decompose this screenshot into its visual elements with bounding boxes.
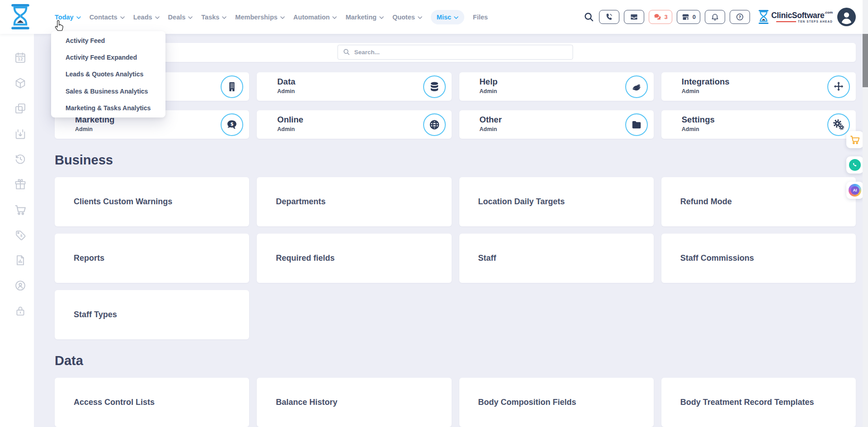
- user-avatar[interactable]: [837, 8, 856, 26]
- menu-label: Quotes: [392, 14, 415, 21]
- hands-helping-icon: [625, 75, 648, 98]
- menu-item-automation[interactable]: Automation: [293, 14, 337, 21]
- dropdown-item-activity-feed-expanded[interactable]: Activity Feed Expanded: [51, 49, 165, 66]
- floating-whatsapp-button[interactable]: [846, 156, 863, 174]
- card-body-composition-fields[interactable]: Body Composition Fields: [459, 378, 654, 427]
- card-required-fields[interactable]: Required fields: [257, 234, 451, 283]
- gift-icon[interactable]: [14, 178, 27, 191]
- card-clients-custom-warnings[interactable]: Clients Custom Warnings: [55, 177, 249, 226]
- menu-item-quotes[interactable]: Quotes: [392, 14, 422, 21]
- card-staff-commissions[interactable]: Staff Commissions: [661, 234, 856, 283]
- menu-item-today[interactable]: Today: [55, 14, 81, 21]
- dropdown-item-marketing-tasks-analytics[interactable]: Marketing & Tasks Analytics: [51, 100, 165, 117]
- page-scrollbar: [863, 0, 868, 427]
- menu-label: Tasks: [201, 14, 219, 21]
- menu-item-deals[interactable]: Deals: [168, 14, 193, 21]
- admin-card-help[interactable]: Help Admin: [459, 72, 654, 101]
- card-departments[interactable]: Departments: [257, 177, 451, 226]
- chevron-down-icon: [222, 16, 226, 19]
- package-icon[interactable]: [14, 77, 27, 89]
- card-label: Refund Mode: [680, 197, 732, 206]
- card-location-daily-targets[interactable]: Location Daily Targets: [459, 177, 654, 226]
- menu-label: Files: [473, 14, 488, 21]
- card-access-control-lists[interactable]: Access Control Lists: [55, 378, 249, 427]
- copy-icon[interactable]: [14, 102, 27, 115]
- store-icon: [681, 13, 690, 21]
- brand-tagline: TEN STEPS AHEAD: [798, 20, 833, 23]
- card-label: Clients Custom Warnings: [74, 197, 172, 206]
- chevron-down-icon: [454, 16, 458, 19]
- menu-item-leads[interactable]: Leads: [133, 14, 160, 21]
- card-label: Reports: [74, 253, 104, 263]
- menu-item-misc[interactable]: Misc: [431, 10, 464, 24]
- business-card-grid: Clients Custom Warnings Departments Loca…: [55, 177, 856, 339]
- help-icon: ?: [736, 13, 744, 21]
- brand-hourglass-icon: [758, 10, 769, 24]
- admin-card-integrations[interactable]: Integrations Admin: [661, 72, 856, 101]
- dropdown-item-leads-quotes-analytics[interactable]: Leads & Quotes Analytics: [51, 66, 165, 83]
- card-label: Balance History: [276, 398, 337, 407]
- floating-action-buttons: AI: [846, 131, 863, 199]
- menu-label: Leads: [133, 14, 152, 21]
- card-label: Location Daily Targets: [478, 197, 565, 206]
- cart-icon: [849, 134, 860, 145]
- admin-card-settings[interactable]: Settings Admin: [661, 110, 856, 139]
- chevron-down-icon: [280, 16, 285, 19]
- floating-cart-button[interactable]: [846, 131, 863, 148]
- menu-item-memberships[interactable]: Memberships: [235, 14, 284, 21]
- card-staff-types[interactable]: Staff Types: [55, 290, 249, 339]
- menu-item-contacts[interactable]: Contacts: [90, 14, 125, 21]
- menu-label: Marketing: [345, 14, 377, 21]
- svg-text:$: $: [231, 121, 234, 127]
- dropdown-item-sales-business-analytics[interactable]: Sales & Business Analytics: [51, 83, 165, 99]
- help-button[interactable]: ?: [730, 10, 750, 24]
- history-icon[interactable]: [14, 153, 27, 165]
- person-icon: [837, 8, 856, 26]
- admin-card-data[interactable]: Data Admin: [257, 72, 451, 101]
- search-icon[interactable]: [584, 12, 594, 23]
- globe-icon: [423, 113, 446, 136]
- card-staff[interactable]: Staff: [459, 234, 654, 283]
- phone-button[interactable]: [599, 10, 619, 24]
- card-reports[interactable]: Reports: [55, 234, 249, 283]
- bell-icon: [711, 13, 719, 21]
- card-refund-mode[interactable]: Refund Mode: [661, 177, 856, 226]
- brand-tld: .com: [824, 10, 833, 14]
- clinicsoftware-logo[interactable]: ClinicSoftware.com TEN STEPS AHEAD: [758, 10, 833, 24]
- dropdown-item-activity-feed[interactable]: Activity Feed: [51, 32, 165, 49]
- order-intake-icon[interactable]: [14, 127, 27, 140]
- ai-icon: AI: [849, 184, 861, 197]
- chevron-down-icon: [379, 16, 384, 19]
- menu-item-files[interactable]: Files: [473, 14, 488, 21]
- svg-text:$: $: [20, 234, 22, 238]
- price-tag-icon[interactable]: $: [14, 229, 27, 241]
- cart-icon[interactable]: [14, 203, 27, 216]
- menu-item-marketing[interactable]: Marketing: [345, 14, 384, 21]
- folder-icon: [625, 113, 648, 136]
- floating-ai-button[interactable]: AI: [846, 182, 863, 199]
- inbox-button[interactable]: [624, 10, 644, 24]
- card-body-treatment-record-templates[interactable]: Body Treatment Record Templates: [661, 378, 856, 427]
- chat-bubbles-icon: [653, 13, 662, 21]
- card-label: Staff Commissions: [680, 253, 754, 263]
- user-status-icon[interactable]: [14, 279, 27, 292]
- global-search-input[interactable]: [338, 45, 573, 60]
- calendar-12-icon[interactable]: 12: [14, 52, 27, 64]
- admin-card-other[interactable]: Other Admin: [459, 110, 654, 139]
- report-document-icon[interactable]: [14, 254, 27, 267]
- register-count-badge: 0: [693, 14, 696, 20]
- chevron-down-icon: [332, 16, 337, 19]
- chevron-down-icon: [155, 16, 160, 19]
- lock-icon[interactable]: [14, 305, 27, 317]
- register-button[interactable]: 0: [677, 10, 700, 24]
- chat-button[interactable]: 3: [649, 10, 672, 24]
- notifications-button[interactable]: [705, 10, 725, 24]
- menu-label: Misc: [437, 14, 451, 21]
- section-title-data: Data: [55, 353, 83, 368]
- card-balance-history[interactable]: Balance History: [257, 378, 451, 427]
- scrollbar-thumb[interactable]: [863, 34, 868, 87]
- card-label: Access Control Lists: [74, 398, 155, 407]
- app-logo-hourglass-icon[interactable]: [10, 4, 31, 29]
- admin-card-online[interactable]: Online Admin: [257, 110, 451, 139]
- menu-item-tasks[interactable]: Tasks: [201, 14, 226, 21]
